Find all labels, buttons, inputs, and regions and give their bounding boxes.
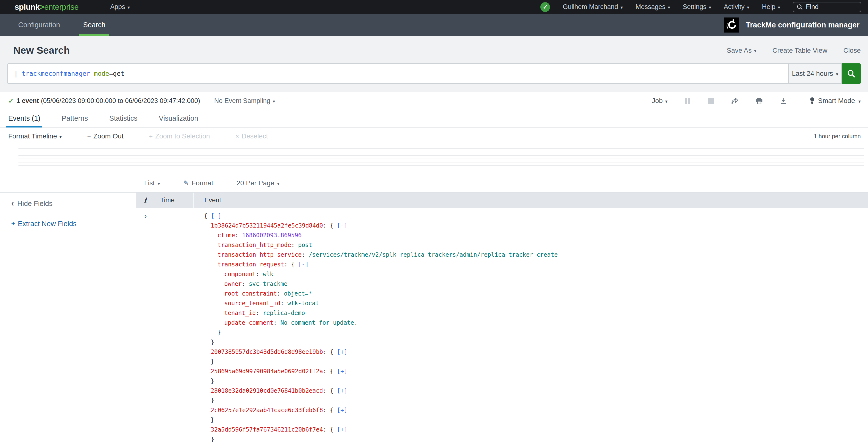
timeline-chart[interactable] xyxy=(0,145,868,174)
json-key: 258695a69d99790984a5e0692d02ff2a xyxy=(211,368,323,375)
json-line: transaction_http_service: /services/trac… xyxy=(194,250,868,260)
json-line: owner: svc-trackme xyxy=(194,279,868,289)
active-tab-underline xyxy=(6,126,42,127)
json-key: transaction_http_mode xyxy=(217,242,291,248)
zoom-to-selection-label: Zoom to Selection xyxy=(155,132,210,140)
find-search-input[interactable]: Find xyxy=(793,2,861,12)
messages-menu[interactable]: Messages ▾ xyxy=(636,3,670,11)
json-key: transaction_http_service xyxy=(217,252,302,258)
apps-menu[interactable]: Apps ▾ xyxy=(110,3,130,11)
column-header-info: i xyxy=(136,193,155,208)
chevron-down-icon: ▾ xyxy=(273,98,275,104)
health-check-icon[interactable]: ✓ xyxy=(540,2,550,12)
json-punct: : { xyxy=(323,387,337,394)
json-collapse-toggle[interactable]: [-] xyxy=(298,261,309,268)
search-icon xyxy=(797,4,803,10)
expand-event-chevron[interactable]: › xyxy=(144,211,147,442)
chevron-down-icon: ▾ xyxy=(665,98,668,104)
tab-visualization[interactable]: Visualization xyxy=(159,110,198,127)
title-actions: Save As ▾ Create Table View Close xyxy=(727,47,861,54)
json-value: /services/trackme/v2/splk_replica_tracke… xyxy=(309,252,558,258)
chevron-down-icon: ▾ xyxy=(668,5,670,10)
create-table-view-button[interactable]: Create Table View xyxy=(772,47,827,54)
find-placeholder: Find xyxy=(806,3,819,11)
zoom-to-selection-button[interactable]: + Zoom to Selection xyxy=(149,132,210,140)
tab-statistics-label: Statistics xyxy=(109,114,137,122)
user-menu[interactable]: Guilhem Marchand ▾ xyxy=(563,3,623,11)
hide-fields-button[interactable]: ‹ Hide Fields xyxy=(11,199,136,208)
nav-search[interactable]: Search xyxy=(83,14,105,36)
zoom-out-button[interactable]: − Zoom Out xyxy=(87,132,124,140)
search-query-input[interactable]: |trackmeconfmanager mode=get xyxy=(7,63,788,84)
stop-button[interactable] xyxy=(708,98,714,104)
chevron-down-icon: ▾ xyxy=(747,5,749,10)
json-punct: : { xyxy=(323,426,337,433)
event-range: (05/06/2023 09:00:00.000 to 06/06/2023 0… xyxy=(41,97,200,105)
event-sampling-menu[interactable]: No Event Sampling ▾ xyxy=(214,97,275,105)
json-key: 28018e32da02910cd0e76841b0b2eacd xyxy=(211,387,323,394)
job-menu[interactable]: Job ▾ xyxy=(652,97,668,105)
settings-menu[interactable]: Settings ▾ xyxy=(683,3,711,11)
json-line: 1b38624d7b532119445a2fe5c39d84d0: { [-] xyxy=(194,221,868,231)
chevron-left-icon: ‹ xyxy=(11,199,14,208)
json-expand-toggle[interactable]: [+] xyxy=(337,349,347,355)
minus-icon: − xyxy=(87,132,91,140)
json-key: 2007385957dc3b43d5dd6d8d98ee19bb xyxy=(211,349,323,355)
json-value: wlk-local xyxy=(287,300,319,307)
json-line: transaction_http_mode: post xyxy=(194,240,868,250)
column-header-event: Event xyxy=(194,193,868,208)
save-as-button[interactable]: Save As ▾ xyxy=(727,47,756,54)
timeline-controls: Format Timeline ▾ − Zoom Out + Zoom to S… xyxy=(0,127,868,145)
search-mode-menu[interactable]: Smart Mode ▾ xyxy=(810,97,861,105)
job-controls: Job ▾ xyxy=(652,97,861,105)
run-search-button[interactable] xyxy=(842,63,861,84)
help-menu[interactable]: Help ▾ xyxy=(762,3,780,11)
export-button[interactable] xyxy=(780,98,786,104)
json-punct: : { xyxy=(323,368,337,375)
json-expand-toggle[interactable]: [+] xyxy=(337,387,347,394)
per-page-menu[interactable]: 20 Per Page ▾ xyxy=(237,179,279,187)
json-line: } xyxy=(194,337,868,347)
json-collapse-toggle[interactable]: [-] xyxy=(337,222,347,229)
extract-new-fields-link[interactable]: + Extract New Fields xyxy=(11,219,136,228)
json-expand-toggle[interactable]: [+] xyxy=(337,368,347,375)
close-button[interactable]: Close xyxy=(843,47,861,54)
json-value: wlk xyxy=(263,271,273,277)
app-title: TrackMe configuration manager xyxy=(746,21,860,29)
format-timeline-button[interactable]: Format Timeline ▾ xyxy=(8,132,62,140)
json-collapse-toggle[interactable]: [-] xyxy=(211,212,221,219)
json-punct: : { xyxy=(323,222,337,229)
print-button[interactable] xyxy=(756,98,763,104)
chevron-down-icon: ▾ xyxy=(158,181,160,186)
json-key: component xyxy=(224,271,256,277)
tab-patterns[interactable]: Patterns xyxy=(62,110,88,127)
json-key: transaction_request xyxy=(217,261,284,268)
job-status-row: ✓ 1 event (05/06/2023 09:00:00.000 to 06… xyxy=(0,92,868,110)
json-punct: { xyxy=(204,212,211,219)
query-rest: =get xyxy=(109,70,125,77)
app-nav: Configuration Search xyxy=(18,14,105,36)
format-results-button[interactable]: ✎ Format xyxy=(183,179,213,187)
pause-button[interactable] xyxy=(685,98,690,104)
activity-menu[interactable]: Activity ▾ xyxy=(724,3,749,11)
event-time-cell xyxy=(155,208,194,442)
help-label: Help xyxy=(762,3,776,11)
query-param: mode xyxy=(94,70,109,77)
nav-search-label: Search xyxy=(83,21,105,29)
json-punct: } xyxy=(211,339,214,346)
json-expand-toggle[interactable]: [+] xyxy=(337,407,347,414)
print-icon xyxy=(756,98,763,104)
json-key: root_constraint xyxy=(224,290,277,297)
job-label: Job xyxy=(652,97,663,105)
list-view-menu[interactable]: List ▾ xyxy=(144,179,160,187)
json-key: owner xyxy=(224,281,242,287)
nav-configuration-label: Configuration xyxy=(18,21,60,29)
deselect-button[interactable]: × Deselect xyxy=(236,132,268,140)
tab-statistics[interactable]: Statistics xyxy=(109,110,137,127)
nav-configuration[interactable]: Configuration xyxy=(18,14,60,36)
share-button[interactable] xyxy=(731,98,738,104)
tab-events[interactable]: Events (1) xyxy=(8,110,40,127)
time-range-picker[interactable]: Last 24 hours ▾ xyxy=(788,63,842,84)
json-expand-toggle[interactable]: [+] xyxy=(337,426,347,433)
create-table-view-label: Create Table View xyxy=(772,47,827,54)
